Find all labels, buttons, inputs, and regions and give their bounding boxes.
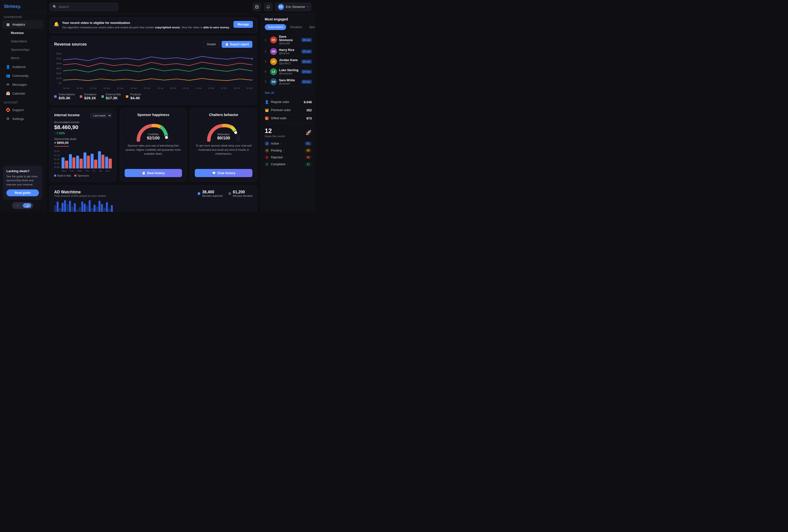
save-icon-btn[interactable] (253, 3, 261, 11)
mini-y-labels: $1.6k$1.4k$1.2k$1.0k$0.8k (54, 150, 61, 169)
dave-months: 26 mo (301, 38, 312, 42)
products-dot (126, 95, 128, 98)
sponsorship-deals-label: Sponsorship deals ≡ $950,50 (54, 137, 112, 146)
tab-donators[interactable]: Donators (287, 24, 305, 30)
luke-name: Luke Sterling (279, 68, 299, 72)
sidebar-item-audience[interactable]: 👤 Audience (2, 63, 43, 71)
center-panel: 🔔 Your recent video is eligible for mone… (45, 14, 261, 212)
wt-bar-15 (88, 200, 91, 212)
external-ads-dot (101, 95, 104, 98)
manage-button[interactable]: Manage (233, 21, 253, 28)
sponsor-gauge-label: Credibility 92/100 (147, 133, 160, 141)
avatar-sara: SW (270, 78, 277, 85)
bars-container (62, 150, 112, 169)
tab-subscribers[interactable]: Subscribers (265, 24, 286, 30)
moderation-value: 80/100 (217, 136, 230, 141)
bar-group-thu (83, 153, 90, 169)
wt-bar-23 (109, 209, 110, 212)
search-icon: 🔍 (53, 5, 57, 8)
minutes-blocked-dot (229, 192, 231, 195)
details-button[interactable]: Details (203, 41, 220, 48)
search-box[interactable]: 🔍 (50, 3, 118, 11)
sidebar-item-subscribers[interactable]: Subscribers (2, 37, 43, 45)
deal-active-left: 2 Active › (265, 141, 282, 146)
bar-group-mon (62, 157, 68, 169)
user-name: Eric Streamer (286, 5, 306, 8)
export-button[interactable]: 📋 Export report (222, 41, 252, 48)
bar-group-tue (69, 154, 76, 169)
minutes-blocked-label: Minutes blocked (233, 194, 253, 197)
deal-history-icon: 📋 (142, 171, 146, 175)
light-theme-btn[interactable]: ☀ (14, 203, 21, 208)
search-input[interactable] (59, 5, 115, 8)
watchtime-title-area: AD Watchtime Total amount of ADs played … (54, 190, 106, 197)
sidebar-item-merch[interactable]: Merch (2, 54, 43, 62)
revenue-actions: Details 📋 Export report (203, 41, 252, 48)
jordan-name: Jordan Kane (279, 58, 299, 62)
harry-info: Harry Rice @harrice (279, 48, 299, 55)
bar-group-fri (91, 154, 97, 169)
see-all-button[interactable]: See all (265, 91, 274, 95)
bar-blue-tue (69, 154, 72, 169)
minutes-watched-label: Minutes watched (202, 194, 223, 197)
chat-history-button[interactable]: 💬 Chat history (195, 169, 252, 177)
wt-bar-22 (106, 202, 108, 212)
sidebar-item-calendar[interactable]: 📅 Calendar (2, 89, 43, 98)
legend-built-in-ads: Built-in Ads (54, 174, 71, 177)
sidebar-item-support[interactable]: 🛟 Support (2, 106, 43, 114)
notification-title: Your recent video is eligible for moneti… (62, 21, 230, 25)
sidebar-item-messages[interactable]: ✉ Messages (2, 80, 43, 89)
user-badge[interactable]: ES Eric Streamer ▾ (275, 3, 311, 11)
deals-section: 12 Deals this month 🚀 2 Active › 91 (265, 124, 312, 168)
sidebar-label-subscribers: Subscribers (11, 40, 27, 43)
sara-handle: @saraw4 (279, 82, 299, 85)
notification-icon-btn[interactable] (264, 3, 272, 11)
wt-bar-9 (74, 203, 76, 212)
avatar-jordan: JK (270, 58, 277, 65)
wt-bar-13 (84, 204, 86, 212)
gifted-subs-value: 973 (306, 117, 312, 120)
metric-subscriptions: Subscriptions $35.3K (54, 93, 75, 100)
deals-count-area: 12 Deals this month (265, 127, 285, 138)
x-axis-labels: 04 Jun08 Jun12 Jun16 Jun20 Jun24 Jun28 J… (63, 87, 252, 90)
user-avatar-initials: ES (279, 5, 282, 8)
internal-income-title: Internal income (54, 113, 80, 117)
community-icon: 👥 (6, 74, 10, 78)
minutes-blocked-value: 61,200 (233, 190, 253, 194)
engaged-item-2: 2 HR Harry Rice @harrice 25 mo (265, 46, 312, 57)
dark-theme-btn[interactable]: 🌙 (23, 203, 31, 208)
revenue-chart-svg (63, 51, 252, 86)
accumulated-label: Accumulated income (54, 121, 112, 124)
subscriptions-label: Subscriptions (59, 93, 75, 96)
logo-text: Strimsy (4, 4, 20, 9)
notification-text: Your recent video is eligible for moneti… (62, 21, 230, 29)
sidebar-item-sponsorships[interactable]: Sponsorships (2, 46, 43, 54)
avatar-luke: LS (270, 68, 277, 75)
external-ads-label: External Ads (106, 93, 121, 96)
period-select[interactable]: Last week (90, 113, 112, 118)
revenue-title: Revenue sources (54, 42, 87, 46)
avatar-harry: HR (270, 48, 277, 55)
metric-donations: Donations $29.1K (80, 93, 97, 100)
read-guide-button[interactable]: Read guide (6, 190, 39, 196)
regular-subs-value: 8.048 (303, 100, 312, 104)
day-sat: Sat (99, 170, 102, 172)
bar-red-wed (80, 159, 82, 169)
sidebar-bottom: Lacking deals? See the guide to get more… (0, 163, 45, 212)
bar-red-fri (94, 160, 97, 169)
sidebar-item-settings[interactable]: ⚙ Settings (2, 115, 43, 123)
deal-history-button[interactable]: 📋 Deal history (124, 169, 182, 177)
engaged-tabs: Subscribers Donators Sponsors (265, 24, 312, 30)
wt-bar-16 (91, 208, 93, 212)
metric-products: Products $4.4K (126, 93, 141, 100)
moderation-label: Moderation (217, 133, 230, 136)
tab-sponsors[interactable]: Sponsors (306, 24, 315, 30)
sidebar-item-analytics[interactable]: ▦ Analytics (2, 20, 43, 28)
theme-toggle: ☀ 🌙 (3, 202, 42, 209)
wt-bar-20 (101, 204, 103, 212)
support-icon: 🛟 (6, 108, 10, 112)
minutes-watched-value: 38,400 (202, 190, 223, 194)
sidebar-item-revenue[interactable]: Revenue (2, 29, 43, 37)
sidebar-item-community[interactable]: 👥 Community (2, 72, 43, 80)
avatar-dave: DS (270, 37, 277, 43)
